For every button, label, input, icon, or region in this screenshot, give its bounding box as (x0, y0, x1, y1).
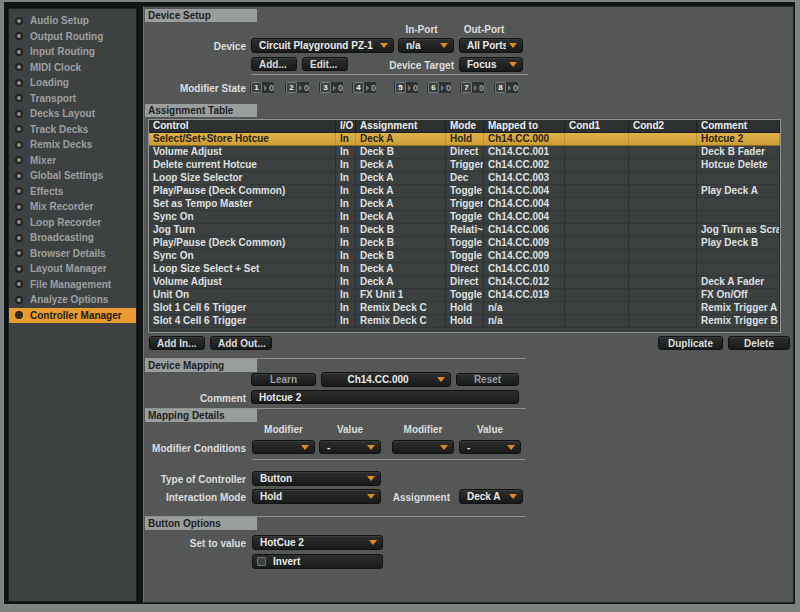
table-row[interactable]: Slot 1 Cell 6 TriggerInRemix Deck CHoldn… (149, 302, 780, 315)
duplicate-button[interactable]: Duplicate (658, 336, 723, 350)
comment-input[interactable] (251, 390, 519, 404)
sidebar-item-track-decks[interactable]: Track Decks (9, 122, 136, 138)
table-cell: n/a (484, 302, 565, 315)
table-cell: Control (149, 120, 336, 133)
mapped-control-select[interactable]: Ch14.CC.000 (321, 372, 451, 387)
sidebar-item-decks-layout[interactable]: Decks Layout (9, 106, 136, 122)
device-select[interactable]: Circuit Playground PZ-1 (251, 38, 394, 53)
table-row[interactable]: Set as Tempo MasterInDeck ATriggerCh14.C… (149, 198, 780, 211)
set-to-value-select[interactable]: HotCue 2 (252, 535, 383, 550)
device-target-select-value: Focus (460, 59, 506, 70)
sidebar-item-loop-recorder[interactable]: Loop Recorder (9, 215, 136, 231)
modifier-number: 4 (353, 82, 364, 93)
device-target-select[interactable]: Focus (459, 57, 523, 72)
add-in-button[interactable]: Add In... (149, 336, 205, 350)
table-cell: Assignment (356, 120, 446, 133)
table-row[interactable]: Volume AdjustInDeck BDirectCh14.CC.001De… (149, 146, 780, 159)
sidebar-item-mixer[interactable]: Mixer (9, 153, 136, 169)
table-cell (565, 237, 629, 250)
sidebar-item-file-management[interactable]: File Management (9, 277, 136, 293)
add-device-button[interactable]: Add... (251, 57, 297, 71)
sidebar-item-global-settings[interactable]: Global Settings (9, 168, 136, 184)
table-cell: Toggle (446, 185, 484, 198)
sidebar-item-input-routing[interactable]: Input Routing (9, 44, 136, 60)
table-row[interactable]: Unit OnInFX Unit 1ToggleCh14.CC.019FX On… (149, 289, 780, 302)
table-cell: Deck A (356, 133, 446, 146)
radio-bullet-icon (15, 265, 23, 273)
table-cell (629, 224, 697, 237)
table-cell: In (336, 159, 356, 172)
sidebar-item-mix-recorder[interactable]: Mix Recorder (9, 199, 136, 215)
value-1-select[interactable]: - (319, 440, 381, 454)
reset-button[interactable]: Reset (456, 373, 519, 386)
section-header-button-options: Button Options (145, 517, 257, 530)
arrow-right-icon (474, 85, 477, 91)
sidebar-item-midi-clock[interactable]: MIDI Clock (9, 60, 136, 76)
table-cell: Deck A (356, 263, 446, 276)
table-row[interactable]: Loop Size SelectorInDeck ADecCh14.CC.003 (149, 172, 780, 185)
table-cell: Unit On (149, 289, 336, 302)
value-2-select[interactable]: - (459, 440, 521, 454)
sidebar-item-loading[interactable]: Loading (9, 75, 136, 91)
table-cell: Cond1 (565, 120, 629, 133)
table-cell: In (336, 224, 356, 237)
table-cell: In (336, 276, 356, 289)
modifier-state-2: 20 (284, 81, 310, 94)
value-header-2: Value (459, 424, 521, 435)
table-cell (565, 146, 629, 159)
table-row[interactable]: Select/Set+Store HotcueInDeck AHoldCh14.… (149, 133, 780, 146)
invert-checkbox[interactable]: Invert (252, 554, 383, 569)
sidebar-item-controller-manager[interactable]: Controller Manager (9, 308, 136, 324)
add-out-button[interactable]: Add Out... (210, 336, 272, 350)
table-cell: Play Deck A (697, 185, 780, 198)
table-cell (629, 289, 697, 302)
in-port-select[interactable]: n/a (398, 38, 454, 53)
modifier-2-select[interactable] (392, 440, 454, 454)
table-cell: In (336, 185, 356, 198)
table-cell (629, 250, 697, 263)
table-row[interactable]: Play/Pause (Deck Common)InDeck AToggleCh… (149, 185, 780, 198)
assignment-table: ControlI/OAssignmentModeMapped toCond1Co… (148, 119, 781, 333)
table-row[interactable]: Play/Pause (Deck Common)InDeck BToggleCh… (149, 237, 780, 250)
value-2-value: - (460, 442, 504, 453)
modifier-1-select[interactable] (252, 440, 315, 454)
chevron-down-icon (509, 494, 517, 499)
table-cell: Deck A (356, 211, 446, 224)
device-label: Device (184, 41, 246, 52)
table-cell (565, 172, 629, 185)
table-row[interactable]: Slot 4 Cell 6 TriggerInRemix Deck CHoldn… (149, 315, 780, 328)
arrow-right-icon (333, 85, 336, 91)
table-row[interactable]: Sync OnInDeck BToggleCh14.CC.009 (149, 250, 780, 263)
sidebar-item-layout-manager[interactable]: Layout Manager (9, 261, 136, 277)
assignment-select[interactable]: Deck A (459, 489, 523, 504)
table-cell (565, 276, 629, 289)
table-cell: In (336, 250, 356, 263)
sidebar-item-browser-details[interactable]: Browser Details (9, 246, 136, 262)
device-target-label: Device Target (354, 60, 454, 71)
sidebar-item-effects[interactable]: Effects (9, 184, 136, 200)
sidebar-item-analyze-options[interactable]: Analyze Options (9, 292, 136, 308)
learn-button[interactable]: Learn (251, 373, 316, 386)
table-row[interactable]: Volume AdjustInDeck ADirectCh14.CC.012De… (149, 276, 780, 289)
table-cell (697, 250, 780, 263)
table-row[interactable]: Jog TurnInDeck BRelati~Ch14.CC.006Jog Tu… (149, 224, 780, 237)
out-port-select[interactable]: All Ports (459, 38, 523, 53)
sidebar-item-remix-decks[interactable]: Remix Decks (9, 137, 136, 153)
table-row[interactable]: Sync OnInDeck AToggleCh14.CC.004 (149, 211, 780, 224)
type-of-controller-select[interactable]: Button (252, 471, 381, 486)
arrow-right-icon (366, 85, 369, 91)
sidebar-item-output-routing[interactable]: Output Routing (9, 29, 136, 45)
table-row[interactable]: Loop Size Select + SetInDeck ADirectCh14… (149, 263, 780, 276)
sidebar-item-audio-setup[interactable]: Audio Setup (9, 13, 136, 29)
table-cell: In (336, 302, 356, 315)
checkbox-icon (257, 557, 266, 566)
table-cell (565, 159, 629, 172)
edit-device-button[interactable]: Edit... (302, 57, 348, 71)
sidebar-item-broadcasting[interactable]: Broadcasting (9, 230, 136, 246)
table-row[interactable]: Delete current HotcueInDeck ATriggerCh14… (149, 159, 780, 172)
table-cell: In (336, 146, 356, 159)
main-panel: Device Setup In-Port Out-Port Device Cir… (143, 6, 794, 603)
table-cell: Loop Size Select + Set (149, 263, 336, 276)
delete-button[interactable]: Delete (728, 336, 790, 350)
sidebar-item-transport[interactable]: Transport (9, 91, 136, 107)
